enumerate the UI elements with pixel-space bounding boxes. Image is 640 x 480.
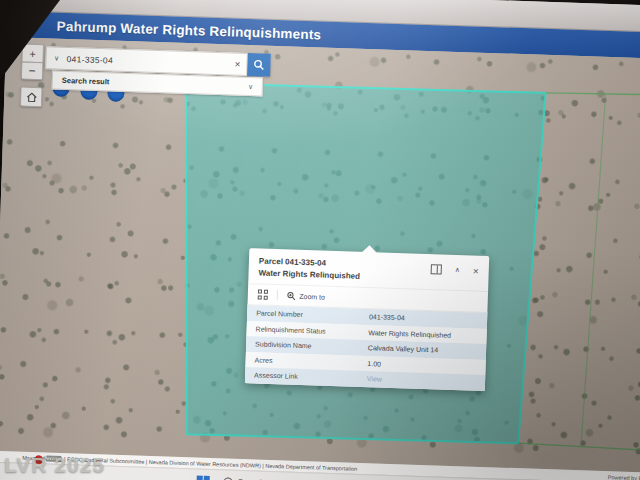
field-value: Calvada Valley Unit 14	[368, 345, 486, 356]
zoom-to-icon	[286, 291, 295, 300]
field-label: Parcel Number	[247, 310, 369, 321]
field-value: 1.00	[367, 360, 485, 371]
windows-start-icon[interactable]	[196, 476, 209, 480]
dock-icon[interactable]	[431, 264, 442, 274]
page-title: Pahrump Water Rights Relinquishments	[56, 18, 321, 42]
close-icon[interactable]: ×	[473, 266, 479, 275]
assessor-view-link[interactable]: View	[367, 376, 485, 387]
chevron-down-icon[interactable]: ∨	[46, 54, 66, 63]
powered-by-esri: Powered by Esri	[608, 474, 640, 480]
popup-controls: ∧ ×	[431, 264, 479, 276]
screen: Pahrump Water Rights Relinquishments ⊕ +…	[0, 0, 640, 480]
field-value: Water Rights Relinquished	[368, 329, 486, 340]
field-label: Relinquishment Status	[247, 325, 369, 336]
map-canvas[interactable]: + − ∨ 041-335-04 ×	[0, 37, 640, 473]
feature-menu-icon[interactable]	[258, 290, 268, 300]
collapse-icon[interactable]: ∧	[455, 266, 460, 274]
feature-popup: Parcel 041-335-04 Water Rights Relinquis…	[245, 248, 489, 391]
photo-watermark: LVR 2025	[4, 453, 105, 477]
search-button[interactable]	[247, 53, 271, 77]
minus-icon: −	[28, 64, 35, 78]
zoom-out-button[interactable]: −	[21, 61, 44, 80]
search-value: 041-335-04	[66, 53, 228, 68]
plus-icon: +	[29, 47, 36, 59]
zoom-to-button[interactable]: Zoom to	[286, 291, 325, 301]
field-label: Subdivision Name	[246, 341, 368, 352]
parcel-boundary-line-bottom	[518, 443, 640, 450]
divider	[276, 290, 277, 300]
search-result-label: Search result	[53, 76, 240, 91]
field-value: 041-335-04	[369, 314, 487, 325]
home-extent-button[interactable]	[20, 86, 43, 107]
taskbar-search[interactable]: Search	[223, 476, 264, 480]
parcel-boundary-line-right	[581, 94, 606, 446]
monitor-photo: Pahrump Water Rights Relinquishments ⊕ +…	[0, 0, 640, 480]
field-label: Assessor Link	[245, 372, 367, 383]
field-label: Acres	[246, 356, 368, 367]
parcel-boundary-line-top	[546, 91, 640, 97]
chevron-down-icon[interactable]: ∨	[240, 82, 262, 91]
home-icon	[26, 91, 37, 102]
attribute-table: Parcel Number 041-335-04 Relinquishment …	[245, 305, 487, 390]
search-icon	[253, 59, 264, 70]
zoom-to-label: Zoom to	[299, 293, 325, 301]
clear-search-icon[interactable]: ×	[228, 58, 246, 70]
